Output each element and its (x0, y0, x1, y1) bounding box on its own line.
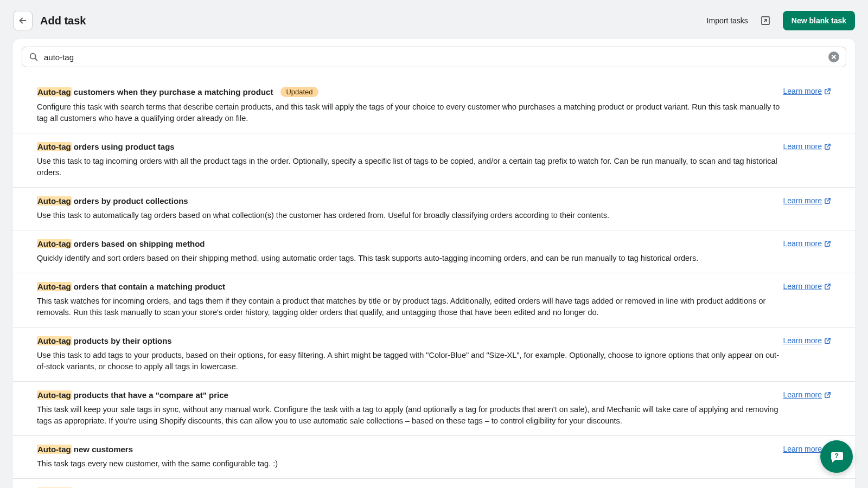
result-title-rest: orders by product collections (72, 196, 188, 206)
search-input[interactable] (44, 53, 828, 62)
external-link-icon (824, 337, 831, 344)
external-link-icon (824, 143, 831, 150)
search-highlight: Auto-tag (37, 239, 72, 248)
result-title: Auto-tag orders using product tags (37, 142, 175, 151)
search-highlight: Auto-tag (37, 196, 72, 206)
task-result-item[interactable]: Auto-tag new customersLearn moreThis tas… (13, 435, 855, 478)
task-result-item[interactable]: Auto-tag products that have a "compare a… (13, 381, 855, 435)
result-title: Auto-tag orders by product collections (37, 196, 188, 206)
learn-more-link[interactable]: Learn more (783, 142, 831, 151)
result-description: This task will keep your sale tags in sy… (37, 404, 786, 427)
search-highlight: Auto-tag (37, 390, 72, 400)
result-description: This task watches for incoming orders, a… (37, 296, 786, 318)
updated-badge: Updated (280, 87, 318, 97)
learn-more-link[interactable]: Learn more (783, 239, 831, 248)
learn-more-link[interactable]: Learn more (783, 87, 831, 95)
result-header: Auto-tag orders based on shipping method (37, 239, 831, 248)
result-title: Auto-tag products that have a "compare a… (37, 390, 228, 400)
search-icon (29, 52, 39, 62)
search-highlight: Auto-tag (37, 336, 72, 345)
svg-line-10 (827, 284, 830, 286)
task-library-card: Auto-tag customers when they purchase a … (13, 39, 855, 488)
search-field[interactable] (22, 47, 846, 67)
chat-widget-button[interactable]: ? (820, 440, 853, 473)
result-header: Auto-tag products that have a "compare a… (37, 390, 831, 400)
result-title-rest: products by their options (72, 336, 172, 345)
learn-more-link[interactable]: Learn more (783, 390, 831, 399)
svg-line-12 (827, 393, 830, 395)
task-result-item[interactable]: Auto-tag orders that contain a matching … (13, 273, 855, 327)
result-description: This task tags every new customer, with … (37, 458, 786, 470)
result-title-rest: new customers (72, 445, 133, 454)
result-header: Auto-tag new customers (37, 445, 831, 454)
result-title: Auto-tag new customers (37, 445, 133, 454)
external-link-icon (824, 283, 831, 290)
svg-line-3 (35, 59, 37, 61)
result-header: Auto-tag products by their options (37, 336, 831, 345)
result-title-rest: customers when they purchase a matching … (72, 87, 273, 97)
task-result-item[interactable]: Auto-tag products by their optionsLearn … (13, 327, 855, 381)
result-title-rest: orders based on shipping method (72, 239, 205, 248)
page-title: Add task (40, 15, 86, 27)
task-result-item[interactable]: Auto-tag orders by discount codeLearn mo… (13, 478, 855, 488)
result-description: Configure this task with search terms th… (37, 101, 786, 124)
svg-text:?: ? (834, 452, 839, 460)
page-header: Add task Import tasks New blank task (0, 0, 868, 39)
import-tasks-link[interactable]: Import tasks (707, 16, 748, 25)
learn-more-label: Learn more (783, 282, 822, 291)
learn-more-label: Learn more (783, 87, 822, 95)
result-description: Use this task to tag incoming orders wit… (37, 156, 786, 178)
external-link-icon (824, 197, 831, 204)
result-title-rest: products that have a "compare at" price (72, 390, 228, 400)
arrow-left-icon (18, 16, 28, 25)
result-title: Auto-tag products by their options (37, 336, 172, 345)
learn-more-label: Learn more (783, 196, 822, 205)
result-title: Auto-tag customers when they purchase a … (37, 87, 273, 97)
learn-more-label: Learn more (783, 445, 822, 453)
learn-more-label: Learn more (783, 142, 822, 151)
result-title: Auto-tag orders that contain a matching … (37, 282, 225, 291)
svg-line-6 (827, 88, 830, 91)
search-highlight: Auto-tag (37, 445, 72, 454)
search-results: Auto-tag customers when they purchase a … (13, 78, 855, 488)
learn-more-link[interactable]: Learn more (783, 196, 831, 205)
svg-line-9 (827, 241, 830, 243)
search-highlight: Auto-tag (37, 87, 72, 97)
result-header: Auto-tag orders that contain a matching … (37, 282, 831, 291)
result-description: Use this task to automatically tag order… (37, 210, 786, 221)
new-blank-task-button[interactable]: New blank task (783, 11, 855, 30)
svg-line-7 (827, 144, 830, 146)
learn-more-label: Learn more (783, 390, 822, 399)
learn-more-link[interactable]: Learn more (783, 282, 831, 291)
learn-more-label: Learn more (783, 336, 822, 345)
chat-icon: ? (828, 448, 845, 465)
external-link-icon (824, 391, 831, 399)
svg-line-8 (827, 198, 830, 201)
learn-more-link[interactable]: Learn more (783, 336, 831, 345)
task-result-item[interactable]: Auto-tag orders using product tagsLearn … (13, 133, 855, 187)
result-title: Auto-tag orders based on shipping method (37, 239, 205, 248)
back-button[interactable] (13, 11, 33, 30)
expand-icon (760, 15, 771, 26)
close-icon (831, 54, 837, 60)
result-title-rest: orders using product tags (72, 142, 175, 151)
task-result-item[interactable]: Auto-tag orders based on shipping method… (13, 230, 855, 273)
result-header: Auto-tag orders by product collections (37, 196, 831, 206)
search-highlight: Auto-tag (37, 142, 72, 151)
result-header: Auto-tag customers when they purchase a … (37, 87, 831, 97)
svg-line-11 (827, 338, 830, 341)
result-description: Quickly identify and sort orders based o… (37, 253, 786, 264)
clear-search-button[interactable] (828, 52, 839, 62)
search-highlight: Auto-tag (37, 282, 72, 291)
result-title-rest: orders that contain a matching product (72, 282, 225, 291)
task-result-item[interactable]: Auto-tag customers when they purchase a … (13, 78, 855, 133)
result-description: Use this task to add tags to your produc… (37, 350, 786, 373)
result-header: Auto-tag orders using product tags (37, 142, 831, 151)
search-container (13, 39, 855, 75)
external-link-icon (824, 88, 831, 95)
external-link-icon (824, 240, 831, 247)
task-result-item[interactable]: Auto-tag orders by product collectionsLe… (13, 187, 855, 230)
expand-button[interactable] (757, 12, 774, 29)
learn-more-label: Learn more (783, 239, 822, 248)
